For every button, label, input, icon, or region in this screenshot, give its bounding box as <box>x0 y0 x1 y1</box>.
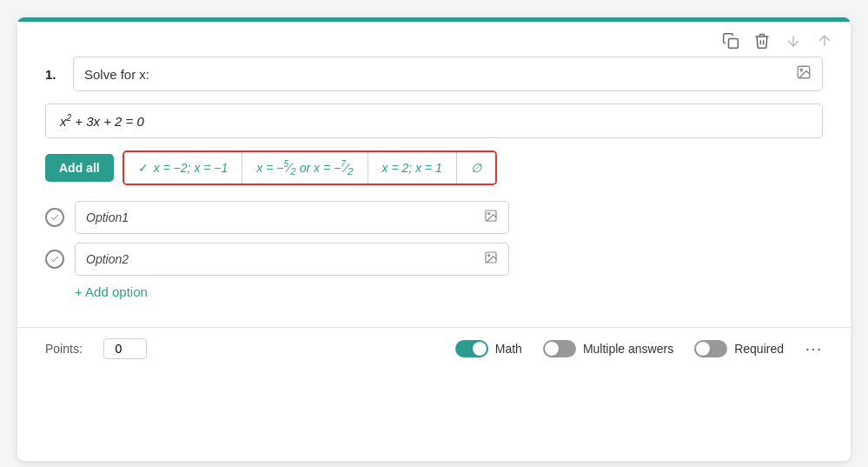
add-option-row: + Add option <box>45 284 823 299</box>
option-1-image-icon[interactable] <box>484 209 498 226</box>
delete-icon[interactable] <box>753 32 771 50</box>
question-content: 1. Solve for x: x2 + 3x + 2 = 0 Add all … <box>17 57 851 313</box>
footer: Points: Math Multiple answers Required ⋯ <box>17 327 851 370</box>
suggestions-container: ✓ x = −2; x = −1 x = −5⁄2 or x = −7⁄2 x … <box>123 150 497 185</box>
suggestion-option-4[interactable]: ∅ <box>457 152 495 183</box>
option-2-input[interactable]: Option2 <box>75 243 509 276</box>
check-icon: ✓ <box>138 161 149 175</box>
option-row-2: Option2 <box>45 243 823 276</box>
question-text: Solve for x: <box>84 67 796 82</box>
math-expression-box[interactable]: x2 + 3x + 2 = 0 <box>45 103 823 138</box>
question-number: 1. <box>45 67 63 82</box>
suggestion-option-3[interactable]: x = 2; x = 1 <box>368 152 457 183</box>
suggestion-text-1: x = −2; x = −1 <box>154 161 229 175</box>
math-label: Math <box>495 342 522 356</box>
question-card: 1. Solve for x: x2 + 3x + 2 = 0 Add all … <box>17 17 851 461</box>
option-2-checkbox[interactable] <box>45 250 64 269</box>
option-1-text: Option1 <box>86 210 477 224</box>
math-toggle-group: Math <box>455 340 522 357</box>
option-2-text: Option2 <box>86 252 477 266</box>
move-up-icon[interactable] <box>816 32 833 50</box>
question-input[interactable]: Solve for x: <box>73 57 823 91</box>
required-toggle[interactable] <box>694 340 727 357</box>
svg-rect-0 <box>729 39 739 49</box>
suggestions-row: Add all ✓ x = −2; x = −1 x = −5⁄2 or x =… <box>45 150 823 185</box>
suggestion-option-1[interactable]: ✓ x = −2; x = −1 <box>124 152 243 183</box>
suggestion-text-3: x = 2; x = 1 <box>382 161 442 175</box>
copy-icon[interactable] <box>722 32 739 50</box>
question-row: 1. Solve for x: <box>45 57 823 91</box>
toolbar <box>17 22 851 57</box>
points-input[interactable] <box>103 338 147 359</box>
math-toggle[interactable] <box>455 340 488 357</box>
more-options-button[interactable]: ⋯ <box>805 338 823 359</box>
svg-point-6 <box>488 213 490 215</box>
add-all-button[interactable]: Add all <box>45 154 114 182</box>
multiple-answers-toggle[interactable] <box>543 340 576 357</box>
required-toggle-group: Required <box>694 340 784 357</box>
multiple-answers-label: Multiple answers <box>583 342 673 356</box>
svg-point-8 <box>488 255 490 257</box>
image-icon[interactable] <box>796 64 812 83</box>
suggestion-text-2: x = −5⁄2 or x = −7⁄2 <box>256 159 353 177</box>
required-label: Required <box>734 342 784 356</box>
option-1-checkbox[interactable] <box>45 208 64 227</box>
math-expression: x2 + 3x + 2 = 0 <box>60 114 144 129</box>
suggestion-text-4: ∅ <box>471 161 481 175</box>
multiple-answers-toggle-group: Multiple answers <box>543 340 673 357</box>
option-2-image-icon[interactable] <box>484 250 498 268</box>
svg-point-4 <box>800 69 802 70</box>
add-option-button[interactable]: + Add option <box>75 284 148 299</box>
option-1-input[interactable]: Option1 <box>75 201 509 234</box>
suggestion-option-2[interactable]: x = −5⁄2 or x = −7⁄2 <box>242 152 368 183</box>
points-label: Points: <box>45 342 83 356</box>
move-down-icon[interactable] <box>785 32 802 50</box>
option-row-1: Option1 <box>45 201 823 234</box>
